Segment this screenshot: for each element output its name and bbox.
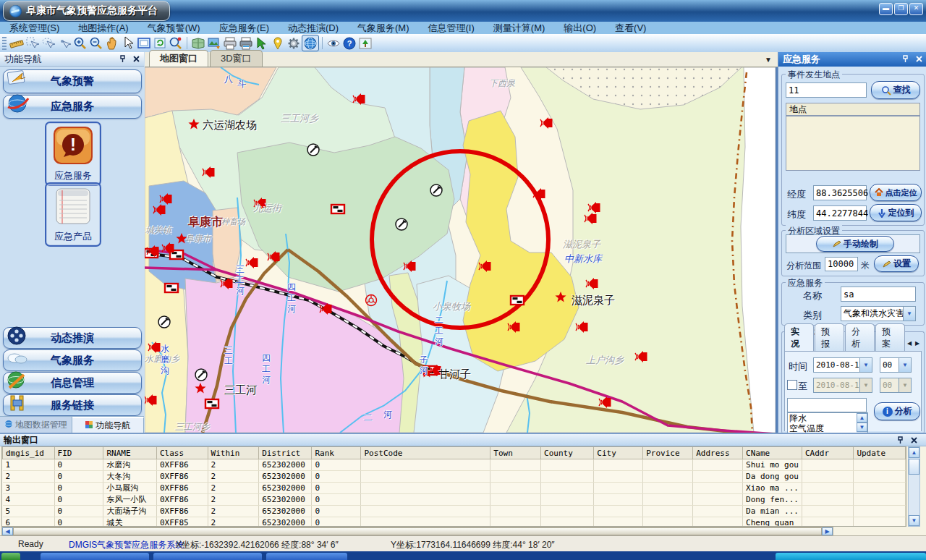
category-combo[interactable]: 气象和洪水灾害▼ <box>841 306 916 321</box>
select-box-icon[interactable] <box>25 35 41 51</box>
scroll-down-icon[interactable]: ▼ <box>909 515 919 526</box>
nav-group-bottom-0[interactable]: 动态推演 <box>3 327 142 349</box>
nav-group-bottom-2[interactable]: 信息管理 <box>3 372 142 394</box>
nav-group-bottom-3[interactable]: 服务链接 <box>3 394 142 416</box>
pin-icon[interactable] <box>901 54 910 64</box>
output-table-container[interactable]: dmgis_idFIDRNAMEClassWithinDistrictRankP… <box>1 446 906 527</box>
menu-item-4[interactable]: 动态推演(D) <box>279 22 348 35</box>
column-header-Provice[interactable]: Provice <box>643 447 693 459</box>
menu-item-7[interactable]: 测量计算(M) <box>484 22 555 35</box>
analysis-tab-2[interactable]: 分析 <box>845 323 875 352</box>
pointer-icon[interactable] <box>120 35 136 51</box>
scroll-up-icon[interactable]: ▲ <box>857 413 867 423</box>
column-header-Rank[interactable]: Rank <box>312 447 361 459</box>
analyze-button[interactable]: i 分析 <box>874 402 920 420</box>
table-row[interactable]: 10水磨沟0XFF8626523020000Shui mo gou <box>3 459 906 471</box>
to-checkbox[interactable] <box>787 380 797 390</box>
hscroll-thumb[interactable] <box>13 527 822 535</box>
zoom-out-icon[interactable] <box>88 35 104 51</box>
column-header-CAddr[interactable]: CAddr <box>802 447 853 459</box>
place-list[interactable] <box>786 116 920 171</box>
column-header-PostCode[interactable]: PostCode <box>361 447 490 459</box>
map-tab-1[interactable]: 3D窗口 <box>210 50 263 67</box>
column-header-Town[interactable]: Town <box>490 447 541 459</box>
menu-item-1[interactable]: 地图操作(A) <box>69 22 137 35</box>
element-listbox[interactable]: 降水空气温度 ▲ ▼ <box>787 412 868 434</box>
menu-item-6[interactable]: 信息管理(I) <box>419 22 484 35</box>
pin-icon[interactable] <box>118 54 127 64</box>
zoom-in-icon[interactable] <box>72 35 88 51</box>
tab-scroll-right-icon[interactable]: ▶ <box>915 340 919 347</box>
shortcut-emergency-product[interactable]: 应急产品 <box>45 182 101 247</box>
date-combo[interactable]: 2010-08-13▼ <box>813 357 872 373</box>
select-point-icon[interactable] <box>56 35 72 51</box>
identify-icon[interactable] <box>168 35 184 51</box>
menu-item-9[interactable]: 查看(V) <box>606 22 655 35</box>
hour-combo[interactable]: 00▼ <box>880 357 912 373</box>
find-button[interactable]: 查找 <box>871 81 920 99</box>
globe-active-icon[interactable] <box>302 35 319 51</box>
column-header-Update[interactable]: Update <box>854 447 906 459</box>
nav-tab-1[interactable]: 功能导航 <box>72 417 145 433</box>
measure-icon[interactable] <box>9 35 25 51</box>
scene-icon[interactable] <box>357 35 373 51</box>
menu-item-2[interactable]: 气象预警(W) <box>138 22 210 35</box>
full-extent-icon[interactable] <box>136 35 152 51</box>
column-header-District[interactable]: District <box>259 447 312 459</box>
print-color-icon[interactable] <box>238 35 254 51</box>
nav-group-0[interactable]: 气象预警 <box>3 69 142 93</box>
select-lasso-icon[interactable] <box>41 35 56 51</box>
layers-icon[interactable] <box>190 35 206 51</box>
pick-arrow-icon[interactable] <box>254 35 270 51</box>
longitude-input[interactable]: 88.3625506 <box>813 185 867 200</box>
manual-draw-button[interactable]: 手动绘制 <box>816 236 894 252</box>
shortcut-emergency-service[interactable]: !应急服务 <box>45 122 101 186</box>
analysis-tab-1[interactable]: 预报 <box>815 323 844 352</box>
close-icon[interactable] <box>132 54 141 64</box>
service-name-input[interactable]: sa <box>841 287 916 302</box>
column-header-FID[interactable]: FID <box>54 447 103 459</box>
start-button-fragment[interactable] <box>1 553 20 560</box>
element-item-1[interactable]: 空气温度 <box>789 423 867 433</box>
close-icon[interactable] <box>914 54 924 64</box>
placemark-icon[interactable] <box>270 35 286 51</box>
set-range-button[interactable]: 设置 <box>874 255 919 272</box>
column-header-Within[interactable]: Within <box>208 447 259 459</box>
tab-list-dropdown-icon[interactable]: ▼ <box>765 56 772 64</box>
column-header-Class[interactable]: Class <box>156 447 208 459</box>
column-header-City[interactable]: City <box>594 447 643 459</box>
restore-button[interactable]: ❐ <box>894 3 908 15</box>
help-icon[interactable]: ? <box>341 35 357 51</box>
table-row[interactable]: 40东风一小队0XFF8626523020000Dong fen... <box>3 494 906 506</box>
analysis-tab-0[interactable]: 实况 <box>784 323 814 352</box>
export-image-icon[interactable] <box>206 35 222 51</box>
element-filter-box[interactable] <box>787 398 867 412</box>
taskbar-item[interactable] <box>153 553 262 560</box>
menu-item-0[interactable]: 系统管理(S) <box>0 22 69 35</box>
table-row[interactable]: 30小马厩沟0XFF8626523020000Xiao ma ... <box>3 483 906 494</box>
column-header-Address[interactable]: Address <box>693 447 743 459</box>
minimize-button[interactable]: ▬ <box>879 3 893 15</box>
pan-hand-icon[interactable] <box>104 35 120 51</box>
table-row[interactable]: 20大冬沟0XFF8626523020000Da dong gou <box>3 471 906 483</box>
range-input[interactable]: 10000 <box>825 257 858 271</box>
scroll-up-icon[interactable]: ▲ <box>909 447 919 458</box>
goto-button[interactable]: 定位到 <box>870 204 922 221</box>
map-tab-0[interactable]: 地图窗口 <box>149 50 208 67</box>
to-date-combo[interactable]: 2010-08-13▼ <box>813 378 872 393</box>
nav-group-bottom-1[interactable]: 气象服务 <box>3 349 142 371</box>
map-canvas[interactable]: 六运湖农场三工河乡下西泉阜康市阜康市城关镇九运街种畜场滋泥泉子滋泥泉子中新水库小… <box>145 67 778 433</box>
scroll-left-icon[interactable]: ◀ <box>2 527 13 535</box>
table-row[interactable]: 60城关0XFF8526523020000Cheng guan <box>3 517 906 527</box>
column-header-dmgis_id[interactable]: dmgis_id <box>3 447 55 459</box>
refresh-icon[interactable] <box>152 35 168 51</box>
taskbar-item[interactable] <box>266 553 347 560</box>
scroll-down-icon[interactable]: ▼ <box>857 423 867 432</box>
nav-group-1[interactable]: 应急服务 <box>3 95 142 119</box>
menu-item-8[interactable]: 输出(O) <box>554 22 606 35</box>
to-hour-combo[interactable]: 00▼ <box>880 378 912 393</box>
click-locate-button[interactable]: 点击定位 <box>870 184 922 201</box>
table-vscrollbar[interactable]: ▲ ▼ <box>908 446 920 527</box>
print-icon[interactable] <box>222 35 238 51</box>
eye-icon[interactable] <box>326 35 341 51</box>
